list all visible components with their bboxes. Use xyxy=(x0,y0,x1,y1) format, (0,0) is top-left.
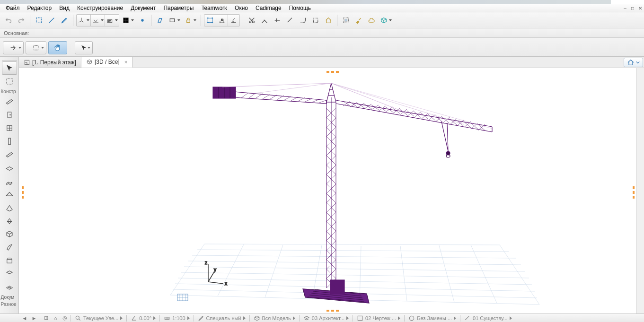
sb-exist: 01 Существу... xyxy=(473,315,508,321)
home-button[interactable] xyxy=(323,15,334,26)
beam-tool[interactable] xyxy=(2,148,17,161)
menu-window[interactable]: Окно xyxy=(231,4,252,12)
svg-point-7 xyxy=(207,17,208,18)
chevron-right-icon[interactable] xyxy=(346,316,349,320)
svg-line-92 xyxy=(263,95,270,99)
tab-label: [3D / Все] xyxy=(95,59,120,65)
menu-help[interactable]: Помощь xyxy=(285,4,315,12)
select-all-button[interactable] xyxy=(340,15,352,26)
undo-button[interactable] xyxy=(3,15,14,26)
grid-snap-button[interactable] xyxy=(121,15,135,26)
chevron-right-icon[interactable] xyxy=(120,316,123,320)
sec-arrows-button[interactable] xyxy=(3,41,24,54)
sb-zoom-fit-icon[interactable]: ⊞ xyxy=(42,314,50,322)
cloud-button[interactable] xyxy=(366,15,377,26)
menu-file[interactable]: Файл xyxy=(2,4,24,12)
tab-close-icon[interactable]: × xyxy=(124,59,127,65)
morph-tool[interactable] xyxy=(2,241,17,254)
chevron-right-icon[interactable] xyxy=(510,316,512,320)
sb-drawing: 02 Чертеж ... xyxy=(365,315,396,321)
status-bar: ◄ ► ⊞ ⌂ ◎ Текущее Уве... 0.00° 1:100 Спе… xyxy=(0,313,644,322)
marquee-button[interactable] xyxy=(33,15,44,26)
window-tool[interactable] xyxy=(2,122,17,135)
dimension-linear-button[interactable]: 12 xyxy=(216,15,228,26)
tab-floorplan[interactable]: [1. Первый этаж] xyxy=(19,57,81,68)
menu-design[interactable]: Конструирование xyxy=(73,4,127,12)
tabbar-home-button[interactable] xyxy=(624,58,643,67)
rect-trim-button[interactable] xyxy=(310,15,321,26)
sb-nav-right-icon[interactable]: ► xyxy=(30,314,38,322)
line-draw-button[interactable] xyxy=(46,15,57,26)
wall-tool[interactable] xyxy=(2,95,17,108)
redo-button[interactable] xyxy=(16,15,27,26)
chevron-right-icon[interactable] xyxy=(398,316,400,320)
roof-tool[interactable] xyxy=(2,188,17,201)
chevron-right-icon[interactable] xyxy=(153,316,156,320)
trim-button[interactable] xyxy=(272,15,283,26)
sb-nav-left-icon[interactable]: ◄ xyxy=(21,314,28,322)
menu-bar: Файл Редактор Вид Конструирование Докуме… xyxy=(0,4,644,12)
sec-hand-button[interactable] xyxy=(48,41,67,54)
model-icon xyxy=(254,315,260,322)
column-tool[interactable] xyxy=(2,135,17,148)
rect-button[interactable] xyxy=(167,15,182,26)
skylight-tool[interactable] xyxy=(2,214,17,227)
window-close-icon[interactable]: ✕ xyxy=(638,6,643,11)
slab-tool[interactable] xyxy=(2,161,17,174)
sec-arrow-mode-button[interactable] xyxy=(75,41,93,54)
object-tool[interactable] xyxy=(2,254,17,267)
menu-cadimage[interactable]: Cadimage xyxy=(252,4,285,12)
svg-line-99 xyxy=(312,99,319,102)
chevron-right-icon[interactable] xyxy=(293,316,295,320)
parallelogram-button[interactable] xyxy=(154,15,166,26)
sb-target-icon[interactable]: ◎ xyxy=(61,314,69,322)
chevron-right-icon[interactable] xyxy=(243,316,246,320)
lock-button[interactable] xyxy=(183,15,198,26)
extend-button[interactable] xyxy=(284,15,296,26)
mesh-tool[interactable] xyxy=(2,280,17,294)
shell-tool[interactable] xyxy=(2,201,17,214)
menu-view[interactable]: Вид xyxy=(55,4,73,12)
menu-document[interactable]: Документ xyxy=(127,4,159,12)
menu-editor[interactable]: Редактор xyxy=(24,4,56,12)
svg-rect-14 xyxy=(313,18,318,22)
tab-3d[interactable]: [3D / Все] × xyxy=(81,57,132,68)
viewport-3d[interactable]: x y z xyxy=(19,68,644,313)
chevron-right-icon[interactable] xyxy=(187,316,190,320)
stair-tool[interactable] xyxy=(2,174,17,188)
toolbox-section-design: Констр xyxy=(0,89,19,94)
plane-xy-button[interactable] xyxy=(77,15,90,26)
cut-button[interactable] xyxy=(246,15,257,26)
zone-tool[interactable] xyxy=(2,267,17,280)
window-maximize-icon[interactable]: □ xyxy=(630,6,635,11)
replace-icon xyxy=(408,315,415,322)
door-tool[interactable] xyxy=(2,108,17,122)
snap-button[interactable] xyxy=(137,15,148,26)
dimension-frame-button[interactable] xyxy=(204,15,216,26)
curtain-wall-tool[interactable] xyxy=(2,227,17,241)
sec-marquee-button[interactable] xyxy=(26,41,46,54)
window-minimize-icon[interactable]: – xyxy=(623,6,627,11)
plane-custom-button[interactable]: XY xyxy=(105,15,119,26)
edit-corner-button[interactable] xyxy=(259,15,270,26)
vertical-scrollbar[interactable] xyxy=(636,68,644,313)
sb-scale-value: 1:100 xyxy=(172,315,185,321)
plane-offset-button[interactable] xyxy=(91,15,105,26)
menu-teamwork[interactable]: Teamwork xyxy=(197,4,231,12)
arrow-tool[interactable] xyxy=(2,61,17,75)
svg-line-89 xyxy=(241,93,248,98)
tab-label: [1. Первый этаж] xyxy=(32,59,76,66)
marquee-tool[interactable] xyxy=(2,75,17,88)
dimension-angle-button[interactable] xyxy=(228,15,239,26)
brush-button[interactable] xyxy=(353,15,364,26)
fillet-button[interactable] xyxy=(297,15,309,26)
pencil-button[interactable] xyxy=(59,15,70,26)
svg-rect-18 xyxy=(7,78,12,84)
menu-options[interactable]: Параметры xyxy=(159,4,197,12)
chevron-right-icon[interactable] xyxy=(454,316,456,320)
cube3d-icon xyxy=(86,59,93,65)
svg-text:XY: XY xyxy=(108,20,111,22)
toolbox-section-misc: Разное xyxy=(0,302,19,307)
sb-zoom-home-icon[interactable]: ⌂ xyxy=(52,314,59,322)
cube-dropdown-button[interactable] xyxy=(379,15,393,26)
